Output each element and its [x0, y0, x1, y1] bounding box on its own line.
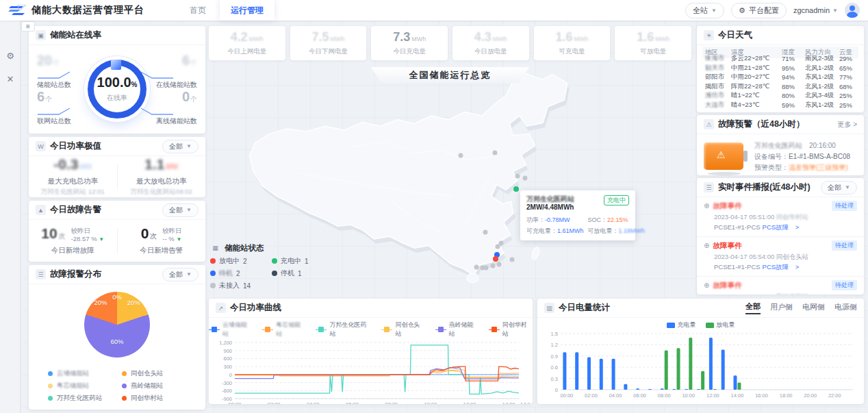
kpi-row: 4.2MWh今日上网电量7.5MWh今日下网电量7.3MWh今日充电量4.3MW…	[209, 26, 691, 60]
left-rail: ⚙ ✕	[0, 21, 21, 413]
status-legend-item: 停机1	[272, 268, 333, 278]
energy-tab-电网侧[interactable]: 电网侧	[802, 302, 825, 314]
panel-energy-stats: ▥今日电量统计 全部用户侧电网侧电源侧 充电量放电量 00.30.60.91.2…	[537, 299, 864, 404]
bar-legend-item: 放电量	[706, 321, 735, 329]
station-dot-gray[interactable]	[491, 264, 496, 268]
alarm-compare: 较昨日-28.57 % ▼	[71, 227, 105, 244]
panel-fault-alarm: ▲今日故障告警 全部▼ 10次较昨日-28.57 % ▼今日新增故障0次较昨日-…	[29, 201, 205, 262]
station-dot-green[interactable]	[513, 186, 519, 192]
station-status-legend: ▦储能站状态 放电中2充电中1待机2停机1未接入14	[210, 241, 340, 290]
line-legend-item[interactable]: 万邦生化医药站	[316, 321, 372, 338]
energy-tab-电源侧[interactable]: 电源侧	[834, 302, 857, 314]
fault-alarm-filter-dropdown[interactable]: 全部▼	[162, 203, 199, 217]
energy-tab-用户侧[interactable]: 用户侧	[770, 302, 793, 314]
station-dot-gray[interactable]	[483, 230, 487, 235]
pending-badge: 待处理	[832, 240, 857, 251]
gauge-marker	[111, 60, 121, 70]
weather-wind: 北风1-2级	[805, 82, 839, 91]
app-logo-icon	[8, 5, 26, 16]
site-selector-dropdown[interactable]: 全站▼	[685, 3, 724, 18]
svg-text:14:00: 14:00	[731, 392, 744, 399]
legend-label: 云埔储能站	[222, 321, 253, 338]
station-dot-gray[interactable]	[496, 245, 500, 249]
warning-station: 万邦生化医药站	[754, 142, 802, 149]
warning-type: 温差预警(三级预警)	[789, 164, 848, 171]
line-legend-item[interactable]: 同创仓头站	[381, 321, 425, 338]
user-menu[interactable]: zgcnadmin▼	[793, 6, 838, 14]
alarm-value: 0次	[141, 226, 157, 244]
chevron-down-icon: ▼	[832, 8, 838, 14]
station-dot-gray[interactable]	[459, 153, 463, 158]
station-dot-gray[interactable]	[480, 266, 485, 271]
station-dot-gray[interactable]	[474, 265, 478, 270]
event-type: 故障事件	[713, 241, 741, 251]
line-chart-icon: ↗	[216, 303, 226, 313]
energy-tabs: 全部用户侧电网侧电源侧	[745, 301, 857, 314]
pending-badge: 待处理	[832, 280, 857, 290]
legend-label: 同创仓头站	[131, 369, 164, 378]
svg-text:0: 0	[229, 372, 232, 378]
event-icon: ⊕	[704, 202, 709, 210]
station-dot-gray[interactable]	[496, 262, 501, 266]
line-legend-item[interactable]: 同创华村站	[489, 321, 533, 338]
svg-text:600: 600	[223, 355, 232, 362]
station-dot-gray[interactable]	[522, 175, 527, 180]
weather-humidity: 94%	[782, 73, 805, 81]
close-icon[interactable]: ✕	[0, 70, 21, 88]
app-title: 储能大数据运营管理平台	[31, 4, 144, 16]
station-dot-gray[interactable]	[493, 151, 498, 155]
svg-text:04:00: 04:00	[307, 401, 320, 404]
event-fault-link[interactable]: PCS故障 >	[763, 223, 800, 231]
nav-tab[interactable]: 运行管理	[220, 0, 275, 21]
nav-tab[interactable]: 首页	[176, 0, 220, 21]
station-dot-gray[interactable]	[515, 173, 520, 178]
event-row[interactable]: ⊕故障事件待处理2023-04-17 11:15:00 燕岭储能站PCSE1-#…	[697, 277, 864, 295]
panel-weather: ☀今日天气 地区温度湿度风力方向云量珠海市多云22~28℃71%南风2-3级29…	[697, 26, 864, 112]
stat-connector-line	[140, 71, 174, 79]
legend-marker	[381, 327, 392, 332]
line-legend-item[interactable]: 燕岭储能站	[435, 321, 479, 338]
legend-marker	[316, 327, 327, 332]
platform-config-button[interactable]: ⚙平台配置	[731, 3, 787, 18]
event-row[interactable]: ⊕故障事件待处理2023-04-17 05:54:00 同创仓头站PCSE1-#…	[697, 237, 864, 277]
pie-chart[interactable]: 20%60%20%0%	[84, 292, 150, 358]
station-dot-gray[interactable]	[509, 257, 514, 262]
pie-legend-item: 同创仓头站	[122, 369, 193, 378]
power-extreme-filter-dropdown[interactable]: 全部▼	[162, 140, 199, 153]
panel-title: 今日功率曲线	[230, 302, 526, 314]
station-dot-red[interactable]	[493, 256, 498, 262]
line-legend-item[interactable]: 云埔储能站	[209, 321, 253, 338]
line-legend-item[interactable]: 粤芯储能站	[262, 321, 306, 338]
stat-label: 联网站总数	[37, 116, 94, 126]
stat-value: 0个	[140, 90, 197, 106]
energy-tab-全部[interactable]: 全部	[745, 301, 761, 314]
event-fault-link[interactable]: PCS故障 >	[763, 263, 800, 271]
panel-icon: W	[36, 141, 46, 151]
kpi-label: 可充电量	[559, 47, 585, 56]
alarm-value: 10次	[41, 226, 65, 244]
event-station: 同创仓头站	[776, 253, 809, 260]
warning-time: 20:16:00	[809, 142, 836, 149]
energy-bar-chart[interactable]: 00.30.60.91.21.500:0002:0004:0006:0008:0…	[541, 329, 860, 399]
events-filter-dropdown[interactable]: 全部▼	[821, 181, 857, 195]
weather-cloud: 29%	[839, 55, 858, 62]
warning-device: E1-#1-BMS-A-BC08	[789, 153, 850, 160]
kpi-label: 今日充电量	[393, 47, 426, 56]
svg-text:12:00: 12:00	[463, 401, 476, 404]
power-curve-chart[interactable]: 1,2009006003000-300-600-90000:0002:0004:…	[212, 338, 530, 404]
header-right: 全站▼ ⚙平台配置 zgcnadmin▼	[685, 3, 860, 18]
more-link[interactable]: 更多 >	[837, 120, 857, 129]
fault-distribution-filter-dropdown[interactable]: 全部▼	[162, 268, 199, 281]
status-count: 2	[243, 258, 247, 265]
energy-legend: 充电量放电量	[537, 321, 864, 329]
avatar[interactable]	[845, 3, 860, 18]
svg-text:12:00: 12:00	[706, 392, 719, 399]
weather-humidity: 95%	[782, 64, 805, 72]
event-device: PCSE1-#1-PCSPCS故障 >	[714, 223, 857, 232]
collapse-sidebar-button[interactable]: ≡	[21, 21, 35, 32]
svg-text:10:00: 10:00	[424, 401, 437, 404]
pie-legend-item: 燕岭储能站	[122, 381, 193, 390]
panel-power-extreme: W今日功率极值 全部▼ -0.3MW最大充电总功率万邦生化医药站 12:011.…	[29, 137, 205, 197]
event-row[interactable]: ⊕故障事件待处理2023-04-17 05:51:00 同创华村站PCSE1-#…	[697, 197, 864, 237]
settings-icon[interactable]: ⚙	[0, 47, 21, 64]
